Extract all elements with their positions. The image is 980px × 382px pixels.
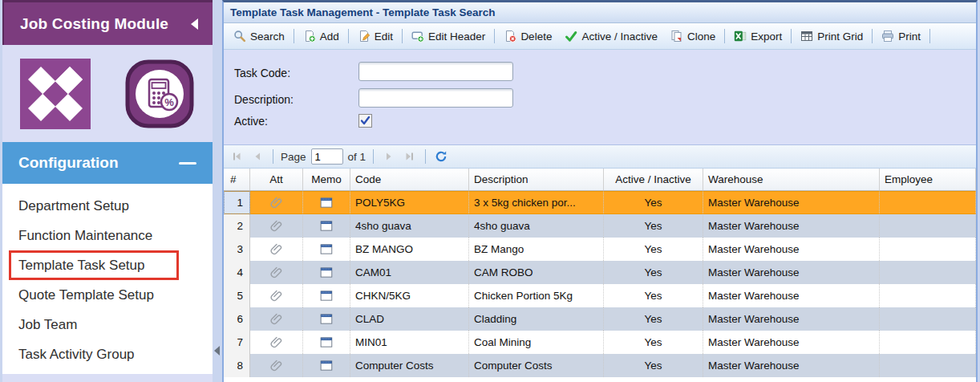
cell-attachment[interactable] xyxy=(250,261,303,284)
column-header-att[interactable]: Att xyxy=(250,169,303,190)
toolbar-button-label: Clone xyxy=(687,30,715,43)
prev-page-icon[interactable] xyxy=(249,148,265,165)
memo-icon xyxy=(320,243,333,256)
cell-employee xyxy=(880,331,976,354)
pager-bar: Page of 1 xyxy=(224,145,976,169)
cell-memo[interactable] xyxy=(303,191,350,214)
cell-warehouse: Master Warehouse xyxy=(703,331,880,354)
cell-employee xyxy=(880,284,976,307)
grid-header: #AttMemoCodeDescriptionActive / Inactive… xyxy=(224,169,976,191)
cell-description: 3 x 5kg chicken por... xyxy=(469,191,604,214)
column-header-description[interactable]: Description xyxy=(469,169,604,190)
cell-warehouse: Master Warehouse xyxy=(703,284,880,307)
print-grid-button[interactable]: Print Grid xyxy=(794,26,869,47)
cell-memo[interactable] xyxy=(303,354,350,377)
print-grid-icon xyxy=(800,30,813,43)
cell-attachment[interactable] xyxy=(250,307,303,331)
task-code-label: Task Code: xyxy=(234,67,290,79)
cell-employee xyxy=(880,191,976,214)
cell-warehouse: Master Warehouse xyxy=(703,214,880,238)
active-inactive-button[interactable]: Active / Inactive xyxy=(558,26,664,47)
column-header-memo[interactable]: Memo xyxy=(303,169,350,190)
sidebar-item-task-activity-group[interactable]: Task Activity Group xyxy=(2,339,213,369)
row-number: 7 xyxy=(224,331,250,354)
cell-code: CAM01 xyxy=(350,261,469,284)
cell-attachment[interactable] xyxy=(250,284,303,307)
cell-description: Cladding xyxy=(469,307,604,331)
cell-active-inactive: Yes xyxy=(604,284,703,307)
memo-icon xyxy=(320,360,333,372)
column-header-[interactable]: # xyxy=(224,169,250,190)
collapse-sidebar-icon[interactable] xyxy=(191,18,198,30)
paperclip-icon xyxy=(270,243,283,256)
column-header-warehouse[interactable]: Warehouse xyxy=(703,169,880,190)
column-header-active-inactive[interactable]: Active / Inactive xyxy=(604,169,703,190)
collapse-section-icon[interactable] xyxy=(179,162,196,165)
cell-employee xyxy=(880,238,976,261)
cell-memo[interactable] xyxy=(303,331,350,354)
memo-icon xyxy=(320,336,333,349)
cell-memo[interactable] xyxy=(303,307,350,331)
cell-memo[interactable] xyxy=(303,214,350,238)
sidebar-item-job-team[interactable]: Job Team xyxy=(2,310,213,339)
sidebar-item-department-setup[interactable]: Department Setup xyxy=(2,191,213,221)
cell-description: 4sho guava xyxy=(469,214,604,238)
cell-attachment[interactable] xyxy=(250,331,303,354)
clone-button[interactable]: Clone xyxy=(664,26,722,47)
last-page-icon[interactable] xyxy=(402,148,418,165)
memo-icon xyxy=(320,313,333,326)
section-header-configuration[interactable]: Configuration xyxy=(2,142,213,184)
next-page-icon[interactable] xyxy=(381,148,397,165)
first-page-icon[interactable] xyxy=(229,148,245,165)
search-button[interactable]: Search xyxy=(227,26,291,47)
task-code-input[interactable] xyxy=(358,62,513,81)
table-row[interactable]: 6CLADCladdingYesMaster Warehouse xyxy=(224,307,976,331)
description-input[interactable] xyxy=(358,88,513,108)
cell-code: MIN01 xyxy=(350,331,469,354)
edit-button[interactable]: Edit xyxy=(351,26,399,47)
cell-memo[interactable] xyxy=(303,238,350,261)
cell-memo[interactable] xyxy=(303,261,350,284)
column-header-employee[interactable]: Employee xyxy=(880,169,976,190)
sidebar-item-quote-template-setup[interactable]: Quote Template Setup xyxy=(2,280,213,310)
clone-icon xyxy=(670,30,683,43)
table-row[interactable]: 24sho guava4sho guavaYesMaster Warehouse xyxy=(224,214,976,238)
print-button[interactable]: Print xyxy=(875,26,927,47)
table-row[interactable]: 1POLY5KG3 x 5kg chicken por...YesMaster … xyxy=(224,191,976,214)
export-button[interactable]: Export xyxy=(727,26,788,47)
toolbar-separator xyxy=(348,29,349,43)
paperclip-icon xyxy=(270,313,283,326)
table-row[interactable]: 3BZ MANGOBZ MangoYesMaster Warehouse xyxy=(224,238,976,261)
sidebar-item-function-maintenance[interactable]: Function Maintenance xyxy=(2,221,213,250)
delete-button[interactable]: Delete xyxy=(497,26,558,47)
cell-employee xyxy=(880,214,976,238)
table-row[interactable]: 4CAM01CAM ROBOYesMaster Warehouse xyxy=(224,261,976,284)
cell-description: Computer Costs xyxy=(469,354,604,377)
cell-attachment[interactable] xyxy=(250,238,303,261)
edit-header-button[interactable]: Edit Header xyxy=(405,26,492,47)
table-row[interactable]: 8Computer CostsComputer CostsYesMaster W… xyxy=(224,354,976,377)
column-header-label: Active / Inactive xyxy=(615,173,691,185)
cell-attachment[interactable] xyxy=(250,354,303,377)
row-number: 8 xyxy=(224,354,250,377)
active-checkbox[interactable] xyxy=(358,114,372,128)
cell-attachment[interactable] xyxy=(250,214,303,238)
page-number-input[interactable] xyxy=(311,148,343,165)
cell-attachment[interactable] xyxy=(250,191,303,214)
refresh-icon[interactable] xyxy=(433,148,449,165)
table-row[interactable]: 7MIN01Coal MiningYesMaster Warehouse xyxy=(224,331,976,354)
cell-code: POLY5KG xyxy=(350,191,469,214)
add-button[interactable]: Add xyxy=(297,26,346,47)
cell-memo[interactable] xyxy=(303,284,350,307)
toolbar-separator xyxy=(872,29,873,43)
cell-active-inactive: Yes xyxy=(604,191,703,214)
splitter-collapse-icon[interactable] xyxy=(214,346,220,356)
cell-employee xyxy=(880,261,976,284)
table-row[interactable]: 5CHKN/5KGChicken Portion 5KgYesMaster Wa… xyxy=(224,284,976,307)
column-header-code[interactable]: Code xyxy=(350,169,469,190)
job-costing-logo-icon xyxy=(20,59,91,129)
sidebar-item-label: Template Task Setup xyxy=(18,258,145,274)
sidebar: Job Costing Module xyxy=(2,0,213,382)
sidebar-item-template-task-setup[interactable]: Template Task Setup xyxy=(9,250,179,280)
edit-icon xyxy=(358,30,371,43)
